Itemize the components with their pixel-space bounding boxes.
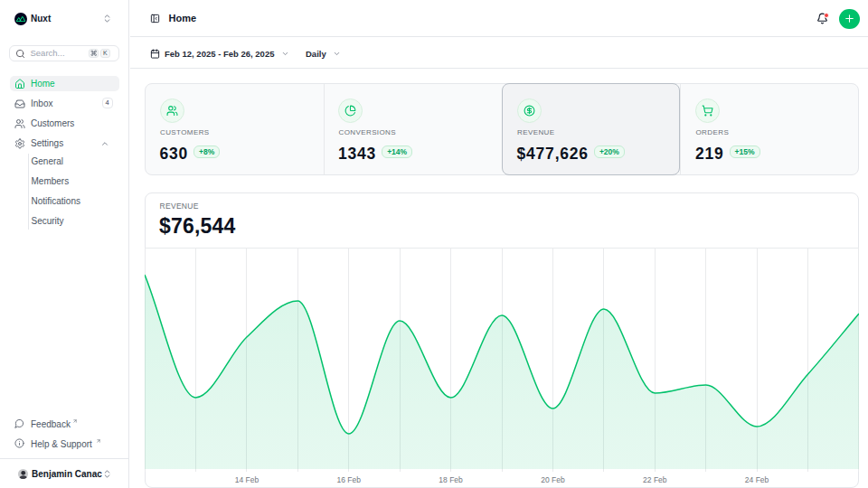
svg-text:14 Feb: 14 Feb — [234, 475, 259, 484]
svg-text:22 Feb: 22 Feb — [643, 475, 667, 484]
svg-text:16 Feb: 16 Feb — [336, 475, 361, 484]
svg-text:20 Feb: 20 Feb — [541, 475, 565, 484]
svg-text:24 Feb: 24 Feb — [744, 475, 769, 484]
svg-text:18 Feb: 18 Feb — [439, 475, 463, 484]
